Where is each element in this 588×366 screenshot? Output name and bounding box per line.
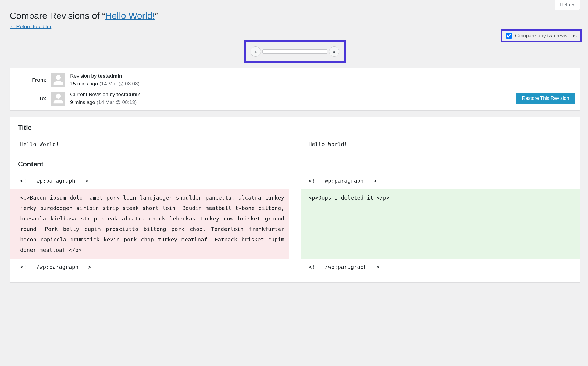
- table-row: <p>Bacon ipsum dolor amet pork loin land…: [10, 189, 580, 259]
- from-byline-prefix: Revision by: [70, 73, 98, 79]
- compare-any-two-toggle: Compare any two revisions: [501, 29, 582, 42]
- diff-title-table: Hello World! Hello World!: [10, 136, 580, 153]
- from-timestamp: (14 Mar @ 08:08): [99, 81, 140, 86]
- page-title: Compare Revisions of “Hello World!”: [10, 10, 580, 21]
- diff-content-section: Content <!-- wp:paragraph --> <!-- wp:pa…: [10, 160, 580, 276]
- diff-title-section: Title Hello World! Hello World!: [10, 124, 580, 153]
- caret-down-icon: ▼: [572, 3, 575, 7]
- table-row: Hello World! Hello World!: [10, 136, 580, 153]
- from-author: testadmin: [98, 73, 122, 79]
- diff-title-left: Hello World!: [10, 136, 289, 153]
- to-byline-prefix: Current Revision by: [70, 92, 116, 97]
- revisions-meta: From: Revision by testadmin 15 mins ago …: [10, 68, 580, 111]
- diff-title-heading: Title: [10, 124, 580, 136]
- table-row: <!-- wp:paragraph --> <!-- wp:paragraph …: [10, 172, 580, 189]
- title-prefix: Compare Revisions of “: [10, 10, 105, 21]
- user-icon: [52, 93, 64, 104]
- slider-track[interactable]: [262, 49, 327, 54]
- to-time-ago: 9 mins ago: [70, 99, 97, 105]
- avatar: [51, 92, 65, 106]
- from-label: From:: [14, 77, 47, 83]
- diff-cell-added: <p>Oops I deleted it.</p>: [301, 189, 580, 259]
- revision-slider: ◂▸ ◂▸: [244, 40, 346, 63]
- revision-from-row: From: Revision by testadmin 15 mins ago …: [14, 71, 575, 89]
- revision-to-row: To: Current Revision by testadmin 9 mins…: [14, 89, 575, 108]
- slider-next-button[interactable]: ◂▸: [329, 46, 339, 57]
- user-icon: [52, 74, 64, 86]
- post-title-link[interactable]: Hello World!: [105, 10, 155, 21]
- diff-cell-left: <!-- wp:paragraph -->: [10, 172, 289, 189]
- help-label: Help: [560, 2, 570, 8]
- from-info: Revision by testadmin 15 mins ago (14 Ma…: [70, 72, 140, 88]
- diff-panel: Title Hello World! Hello World! Content …: [10, 117, 580, 283]
- arrows-icon: ◂▸: [332, 50, 336, 54]
- diff-cell-right: <!-- wp:paragraph -->: [301, 172, 580, 189]
- to-info: Current Revision by testadmin 9 mins ago…: [70, 91, 141, 106]
- compare-any-two-label[interactable]: Compare any two revisions: [515, 33, 577, 39]
- arrows-icon: ◂▸: [254, 50, 258, 54]
- to-author: testadmin: [116, 92, 141, 97]
- return-to-editor-link[interactable]: ← Return to editor: [10, 24, 51, 30]
- diff-cell-right: <!-- /wp:paragraph -->: [301, 259, 580, 276]
- avatar: [51, 73, 65, 87]
- help-tab[interactable]: Help ▼: [555, 0, 580, 10]
- diff-title-right: Hello World!: [301, 136, 580, 153]
- restore-revision-button[interactable]: Restore This Revision: [516, 93, 575, 104]
- diff-cell-deleted: <p>Bacon ipsum dolor amet pork loin land…: [10, 189, 289, 259]
- title-suffix: ”: [155, 10, 158, 21]
- diff-content-table: <!-- wp:paragraph --> <!-- wp:paragraph …: [10, 172, 580, 276]
- slider-tick: [295, 49, 295, 54]
- from-time-ago: 15 mins ago: [70, 81, 99, 86]
- diff-cell-left: <!-- /wp:paragraph -->: [10, 259, 289, 276]
- slider-prev-button[interactable]: ◂▸: [251, 46, 261, 57]
- compare-any-two-checkbox[interactable]: [506, 33, 512, 39]
- diff-content-heading: Content: [10, 160, 580, 172]
- to-timestamp: (14 Mar @ 08:13): [97, 99, 137, 105]
- to-label: To:: [14, 96, 47, 102]
- table-row: <!-- /wp:paragraph --> <!-- /wp:paragrap…: [10, 259, 580, 276]
